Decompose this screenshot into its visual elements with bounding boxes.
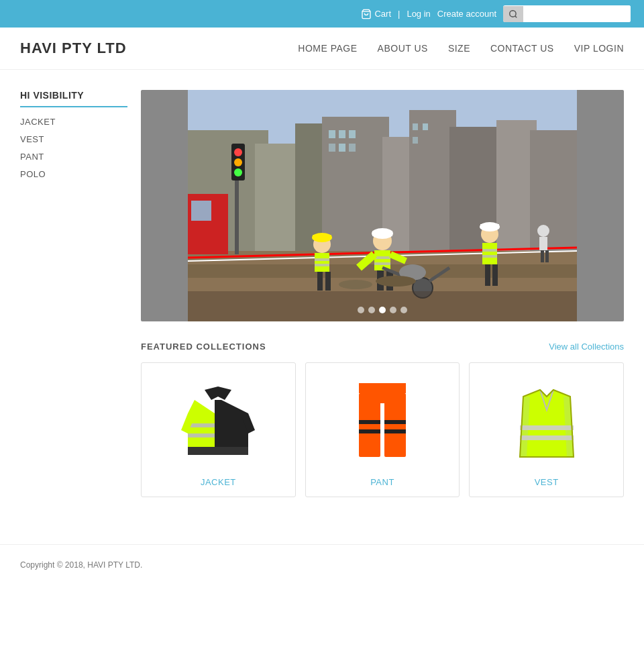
create-account-link[interactable]: Create account (437, 9, 496, 19)
sidebar: HI VISIBILITY JACKET VEST PANT POLO (20, 90, 127, 497)
pant-image-wrap (313, 376, 453, 470)
nav-about[interactable]: ABOUT US (378, 43, 428, 54)
svg-rect-66 (539, 237, 547, 250)
main-nav: HOME PAGE ABOUT US SIZE CONTACT US VIP L… (298, 43, 624, 54)
sidebar-links: JACKET VEST PANT POLO (20, 115, 127, 180)
svg-rect-21 (413, 137, 418, 144)
svg-rect-71 (188, 423, 215, 427)
svg-rect-20 (423, 123, 428, 130)
dot-2[interactable] (368, 307, 375, 313)
svg-rect-12 (530, 130, 577, 264)
vest-svg (510, 380, 584, 467)
dot-4[interactable] (390, 307, 396, 313)
svg-rect-36 (374, 262, 390, 265)
pant-label: PANT (313, 477, 453, 487)
jacket-label: JACKET (148, 477, 288, 487)
svg-rect-75 (359, 393, 380, 457)
svg-rect-83 (520, 435, 574, 440)
svg-rect-35 (374, 256, 390, 259)
sidebar-item-polo[interactable]: POLO (20, 168, 127, 180)
search-bar (503, 5, 631, 22)
hero-slider[interactable] (141, 90, 624, 321)
featured-title: FEATURED COLLECTIONS (141, 342, 266, 352)
main-content: HI VISIBILITY JACKET VEST PANT POLO (0, 70, 644, 517)
vest-label: VEST (476, 477, 616, 487)
search-button[interactable] (503, 6, 523, 22)
collection-card-vest[interactable]: VEST (469, 362, 624, 497)
svg-rect-52 (482, 243, 497, 264)
svg-rect-15 (349, 130, 356, 138)
sidebar-title: HI VISIBILITY (20, 90, 127, 107)
svg-rect-70 (215, 400, 221, 454)
jacket-image-wrap (148, 376, 288, 470)
svg-line-2 (515, 15, 517, 17)
svg-rect-44 (315, 253, 329, 272)
svg-rect-58 (480, 224, 499, 229)
header: HAVI PTY LTD HOME PAGE ABOUT US SIZE CON… (0, 28, 644, 70)
nav-size[interactable]: SIZE (448, 43, 470, 54)
svg-rect-78 (359, 429, 380, 433)
nav-home[interactable]: HOME PAGE (298, 43, 357, 54)
top-bar: Cart | Log in Create account (0, 0, 644, 28)
cart-icon (361, 9, 372, 19)
svg-rect-42 (372, 231, 392, 236)
dot-5[interactable] (400, 307, 407, 313)
svg-rect-9 (409, 110, 456, 264)
jacket-svg (181, 380, 255, 467)
svg-point-65 (537, 225, 549, 237)
hero-image (141, 90, 624, 321)
svg-rect-19 (413, 123, 418, 130)
svg-rect-81 (378, 390, 386, 403)
svg-rect-76 (384, 393, 406, 457)
svg-rect-13 (329, 130, 335, 138)
dot-1[interactable] (358, 307, 364, 313)
svg-rect-46 (315, 264, 329, 266)
collection-grid: JACKET (141, 362, 624, 497)
svg-rect-45 (315, 258, 329, 261)
featured-header: FEATURED COLLECTIONS View all Collection… (141, 342, 624, 352)
nav-vip[interactable]: VIP LOGIN (574, 43, 624, 54)
svg-rect-82 (520, 425, 574, 430)
footer: Copyright © 2018, HAVI PTY LTD. (0, 544, 644, 584)
svg-point-64 (339, 280, 372, 289)
slider-dots (358, 307, 407, 313)
svg-rect-32 (191, 201, 211, 221)
collection-card-pant[interactable]: PANT (305, 362, 460, 497)
svg-point-30 (234, 168, 242, 176)
view-all-link[interactable]: View all Collections (549, 342, 624, 352)
search-icon (508, 9, 518, 19)
divider: | (398, 9, 400, 19)
right-column: FEATURED COLLECTIONS View all Collection… (141, 90, 624, 497)
svg-point-1 (510, 10, 516, 16)
search-input[interactable] (523, 5, 631, 22)
svg-rect-16 (329, 144, 335, 152)
svg-rect-72 (188, 433, 215, 437)
svg-rect-67 (541, 250, 544, 262)
cart-link[interactable]: Cart (361, 9, 391, 19)
svg-rect-55 (485, 264, 490, 286)
dot-3[interactable] (379, 307, 386, 313)
footer-copyright: Copyright © 2018, HAVI PTY LTD. (20, 560, 142, 570)
svg-point-28 (234, 148, 242, 156)
svg-rect-18 (349, 144, 356, 152)
svg-rect-53 (482, 249, 497, 252)
logo[interactable]: HAVI PTY LTD (20, 40, 127, 57)
pant-svg (356, 380, 409, 467)
svg-rect-54 (482, 255, 497, 258)
vest-image-wrap (476, 376, 616, 470)
login-link[interactable]: Log in (407, 9, 430, 19)
collection-card-jacket[interactable]: JACKET (141, 362, 296, 497)
nav-contact[interactable]: CONTACT US (490, 43, 554, 54)
svg-rect-34 (374, 250, 390, 270)
sidebar-item-vest[interactable]: VEST (20, 133, 127, 145)
svg-rect-14 (339, 130, 345, 138)
cart-label: Cart (374, 9, 391, 19)
svg-rect-48 (325, 272, 331, 291)
svg-rect-56 (492, 264, 498, 286)
sidebar-item-pant[interactable]: PANT (20, 150, 127, 162)
svg-rect-77 (359, 420, 380, 424)
svg-rect-50 (313, 235, 331, 240)
sidebar-item-jacket[interactable]: JACKET (20, 115, 127, 127)
svg-rect-17 (339, 144, 345, 152)
svg-rect-73 (188, 447, 248, 455)
